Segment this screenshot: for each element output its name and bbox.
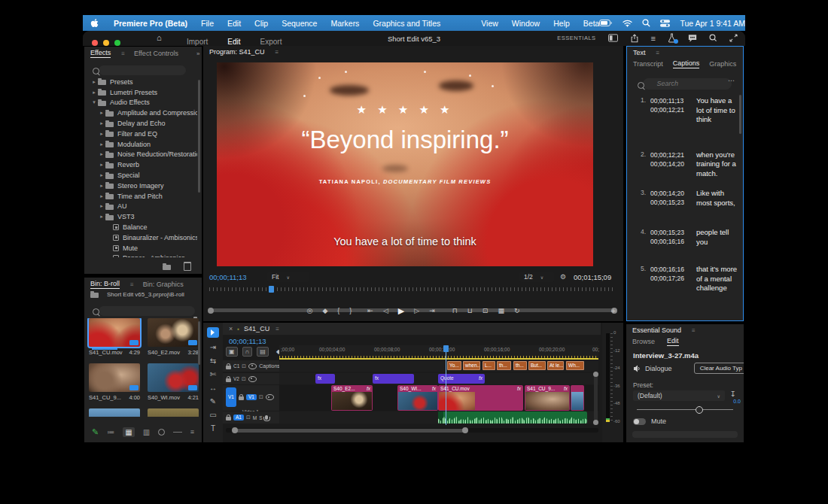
text-panel-title[interactable]: Text bbox=[633, 49, 646, 57]
caption-out-timecode[interactable]: 00;00;14;20 bbox=[650, 159, 689, 169]
add-button[interactable]: + bbox=[611, 307, 616, 315]
effects-scrollbar[interactable] bbox=[198, 80, 200, 193]
menu-help[interactable]: Help bbox=[553, 19, 570, 28]
ripple-edit-tool[interactable]: ⇆ bbox=[210, 357, 216, 365]
fullscreen-icon[interactable] bbox=[729, 34, 738, 42]
volume-slider-track[interactable] bbox=[637, 409, 733, 410]
program-monitor-title[interactable]: Program: S41_CU bbox=[209, 48, 265, 56]
bin-clip[interactable]: S40_E2.mov3:28 bbox=[148, 318, 199, 356]
tab-effects[interactable]: Effects bbox=[90, 49, 111, 58]
lock-icon[interactable] bbox=[226, 378, 231, 382]
feedback-chat-icon[interactable] bbox=[688, 34, 697, 42]
caption-clip[interactable]: L... bbox=[482, 361, 495, 370]
zoom-slider-knob[interactable] bbox=[158, 429, 165, 436]
insert-indicator-icon[interactable]: ⊡ bbox=[242, 363, 246, 369]
effects-tree-item[interactable]: ▸ Special bbox=[87, 170, 197, 181]
toggle-track-output-icon[interactable] bbox=[266, 394, 274, 400]
tab-edit[interactable]: Edit bbox=[667, 337, 679, 346]
captions-scrollbar[interactable] bbox=[739, 95, 741, 134]
a1-track[interactable] bbox=[279, 411, 598, 424]
fit-dropdown[interactable]: Fit∨ bbox=[267, 272, 309, 282]
clip-thumbnail[interactable] bbox=[148, 363, 199, 392]
effects-tree-item[interactable]: Balance bbox=[87, 222, 197, 232]
caption-text[interactable]: that it's more of a mental challenge bbox=[689, 265, 738, 293]
save-preset-icon[interactable]: ↧ bbox=[730, 390, 736, 398]
zoom-slider-track[interactable] bbox=[173, 432, 182, 433]
caption-row[interactable]: 2. 00;00;12;2100;00;14;20 when you're tr… bbox=[641, 150, 738, 179]
clear-audio-type-button[interactable]: Clear Audio Typ bbox=[694, 363, 744, 374]
caption-out-timecode[interactable]: 00;00;15;23 bbox=[650, 198, 689, 207]
new-bin-icon[interactable] bbox=[163, 265, 171, 270]
disclosure-icon[interactable]: ▸ bbox=[98, 193, 105, 199]
caption-out-timecode[interactable]: 00;00;17;26 bbox=[650, 274, 689, 283]
caption-in-timecode[interactable]: 00;00;16;16 bbox=[650, 265, 689, 274]
disclosure-icon[interactable]: ▸ bbox=[98, 162, 105, 168]
video-clip[interactable]: S40_WI...fx bbox=[397, 385, 438, 411]
effects-tree-item[interactable]: ▸ Noise Reduction/Restoration bbox=[87, 150, 197, 160]
bin-menu-icon[interactable]: ≡ bbox=[190, 428, 194, 436]
effects-tree-item[interactable]: ▸ Reverb bbox=[87, 159, 197, 170]
export-frame-icon[interactable]: ⊡ bbox=[482, 308, 489, 314]
caption-row[interactable]: 5. 00;00;16;1600;00;17;26 that it's more… bbox=[641, 265, 738, 293]
panel-layout-icon[interactable] bbox=[608, 34, 618, 42]
audio-type-label[interactable]: Dialogue bbox=[645, 365, 672, 372]
video-clip[interactable]: S41_CU_9...fx bbox=[525, 385, 570, 411]
clip-thumbnail[interactable] bbox=[89, 318, 140, 347]
bin-scrollbar[interactable] bbox=[198, 321, 200, 365]
freeform-view-icon[interactable]: ▥ bbox=[143, 428, 150, 436]
solo-track-button[interactable]: S bbox=[259, 415, 262, 421]
disclosure-icon[interactable]: ▸ bbox=[90, 90, 98, 96]
source-patch-v1[interactable]: V1 bbox=[226, 387, 236, 407]
caption-row[interactable]: 1. 00;00;11;1300;00;12;21 You have a lot… bbox=[641, 96, 738, 125]
quick-export-icon[interactable] bbox=[630, 34, 639, 43]
apple-menu-icon[interactable] bbox=[90, 18, 99, 29]
caption-clip[interactable]: when... bbox=[463, 361, 480, 370]
list-view-icon[interactable]: ≔ bbox=[107, 428, 114, 436]
v1-track[interactable]: S40_E2...fxS40_WI...fxS41_CU.movfxS41_CU… bbox=[279, 385, 598, 411]
mark-in-icon[interactable]: { bbox=[337, 308, 339, 314]
tab-bin-graphics[interactable]: Bin: Graphics bbox=[143, 281, 184, 288]
v2-track[interactable]: fxfxQuotefx bbox=[279, 373, 598, 384]
caption-in-timecode[interactable]: 00;00;11;13 bbox=[650, 96, 689, 105]
tab-browse[interactable]: Browse bbox=[632, 338, 655, 345]
play-icon[interactable]: ▶ bbox=[398, 307, 404, 315]
mute-toggle[interactable] bbox=[633, 418, 646, 425]
effects-tree-item[interactable]: ▸ Delay and Echo bbox=[87, 118, 197, 129]
video-clip[interactable]: S41_CU.movfx bbox=[438, 385, 523, 411]
menu-clip[interactable]: Clip bbox=[254, 19, 268, 28]
caption-clip[interactable]: th... bbox=[497, 361, 511, 370]
caption-row[interactable]: 4. 00;00;15;2300;00;16;16 people tell yo… bbox=[641, 228, 738, 247]
disclosure-icon[interactable]: ▸ bbox=[98, 120, 105, 126]
caption-clip[interactable]: At le... bbox=[547, 361, 564, 370]
caption-text[interactable]: people tell you bbox=[689, 228, 738, 247]
more-options-icon[interactable]: ⋯ bbox=[728, 77, 735, 84]
timeline-hscroll-track[interactable] bbox=[226, 428, 598, 433]
menu-window[interactable]: Window bbox=[512, 19, 540, 28]
thumbnail-view-icon[interactable]: ▦ bbox=[123, 427, 134, 437]
graphic-clip[interactable]: fx bbox=[315, 374, 335, 384]
add-marker-icon[interactable]: ◆ bbox=[322, 308, 327, 314]
caption-out-timecode[interactable]: 00;00;12;21 bbox=[650, 105, 689, 114]
clip-thumbnail[interactable] bbox=[148, 408, 199, 417]
effects-tree-item[interactable]: ▸ Stereo Imagery bbox=[87, 181, 197, 191]
timeline-playhead[interactable] bbox=[446, 345, 446, 425]
panel-menu-icon[interactable]: ≡ bbox=[275, 326, 279, 332]
tab-captions[interactable]: Captions bbox=[673, 59, 700, 68]
close-sequence-icon[interactable]: × bbox=[229, 325, 233, 332]
playback-resolution-dropdown[interactable]: 1/2∨ bbox=[519, 272, 554, 282]
disclosure-icon[interactable]: ▸ bbox=[90, 79, 98, 85]
lock-icon[interactable] bbox=[226, 417, 231, 421]
workspace-label[interactable]: ESSENTIALS bbox=[557, 35, 595, 41]
effects-tree-item[interactable]: Panner - Ambisonics bbox=[87, 254, 197, 257]
effects-tree-item[interactable]: ▸ Modulation bbox=[87, 139, 197, 150]
comparison-view-icon[interactable]: ▦ bbox=[498, 308, 504, 314]
menu-file[interactable]: File bbox=[201, 19, 214, 28]
effects-search-input[interactable] bbox=[99, 65, 186, 75]
audio-clip[interactable] bbox=[438, 411, 587, 424]
rectangle-tool[interactable]: ▭ bbox=[209, 411, 216, 419]
caption-row[interactable]: 3. 00;00;14;2000;00;15;23 Like with most… bbox=[641, 189, 738, 208]
caption-in-timecode[interactable]: 00;00;12;21 bbox=[650, 150, 689, 159]
search-icon[interactable] bbox=[709, 34, 717, 42]
insert-indicator-icon[interactable]: ⊡ bbox=[246, 414, 251, 421]
bin-search-input[interactable] bbox=[99, 306, 195, 316]
